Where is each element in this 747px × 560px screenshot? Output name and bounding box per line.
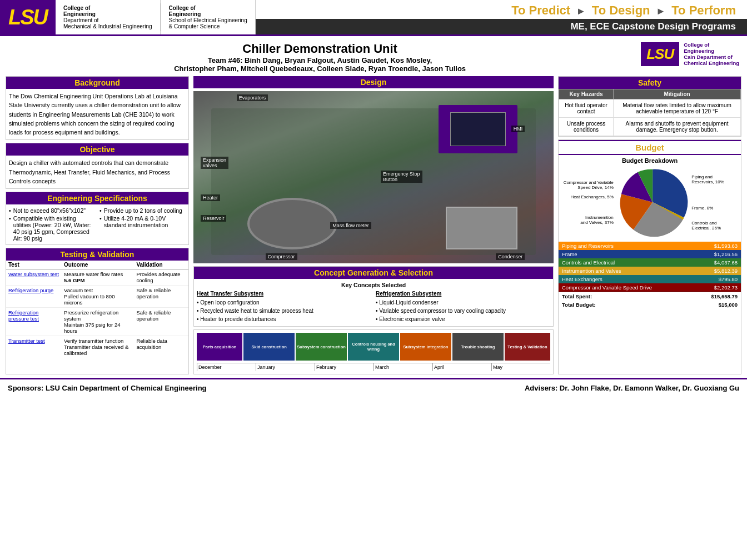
specs-content: •Not to exceed 80"x56"x102" •Provide up … [6, 204, 188, 244]
right-column: Safety Key Hazards Mitigation Hot fluid … [558, 76, 741, 374]
item-label: Heat Exchangers [562, 276, 602, 282]
specs-header: Engineering Specifications [6, 192, 188, 204]
badge-chem: Chemical Engineering [684, 60, 739, 66]
main-content: Background The Dow Chemical Engineering … [0, 76, 747, 374]
condenser-unit [446, 207, 518, 250]
background-text: The Dow Chemical Engineering Unit Operat… [6, 89, 188, 139]
compressor-unit [247, 198, 337, 249]
test-outcome: Pressurize refrigeration systemMaintain … [62, 308, 134, 336]
concept-section: Concept Generation & Selection Key Conce… [193, 266, 554, 327]
label-heater: Heater [201, 194, 220, 201]
dept2-cs: & Computer Science [169, 23, 247, 29]
arrow1-icon: ► [576, 6, 586, 17]
tbar-skid: Skid construction [243, 333, 295, 361]
label-massflow: Mass flow meter [330, 222, 371, 229]
header-right: To Predict ► To Design ► To Perform ME, … [256, 0, 747, 34]
test-validation: Safe & reliable operation [134, 308, 188, 336]
budget-section: Budget Budget Breakdown Compressor and V… [558, 139, 741, 374]
left-column: Background The Dow Chemical Engineering … [6, 76, 189, 374]
header: LSU College of Engineering Department of… [0, 0, 747, 36]
label-expansion: Expansionvalves [201, 157, 228, 169]
project-title: Chiller Demonstration Unit [8, 42, 632, 56]
month-december: December [197, 363, 256, 371]
table-row: Transmitter test Verify transmitter func… [6, 336, 188, 358]
tagline-bar: To Predict ► To Design ► To Perform [256, 0, 747, 19]
hmi-panel [439, 105, 518, 153]
budget-row-frame: Frame $1,216.56 [559, 250, 741, 258]
month-march: March [374, 363, 432, 371]
mid-column: Design Evaporators HMI Expansionvalves E… [193, 76, 554, 374]
lsu-badge: LSU College of Engineering Cain Departme… [641, 42, 739, 66]
background-section: Background The Dow Chemical Engineering … [6, 76, 189, 140]
test-name: Refrigeration purge [6, 286, 62, 308]
month-january: January [256, 363, 315, 371]
pie-chart-container: Compressor and VariableSpeed Drive, 14% … [559, 166, 741, 238]
col-validation: Validation [134, 261, 188, 269]
key-concepts-label: Key Concepts Selected [197, 282, 550, 288]
budget-row-controls: Controls and Electrical $4,037.68 [559, 258, 741, 267]
heat-transfer-col: Heat Transfer Subsystem • Open loop conf… [197, 291, 371, 323]
col2-header: Refrigeration Subsystem [376, 291, 550, 297]
concept-content: Key Concepts Selected Heat Transfer Subs… [194, 279, 553, 326]
item-value: $4,037.68 [714, 259, 738, 266]
col-test: Test [6, 261, 62, 269]
dept1-engineering: Engineering [63, 11, 152, 17]
hazard-2: Unsafe process conditions [559, 118, 614, 136]
test-outcome: Measure water flow rates5.6 GPM [62, 269, 134, 286]
background-header: Background [6, 77, 188, 89]
hazard-1: Hot fluid operator contact [559, 99, 614, 118]
label-instrumentation: Instrumemtionand Valves, 37% [559, 215, 614, 225]
safety-row: Hot fluid operator contact Material flow… [559, 99, 741, 118]
month-may: May [491, 363, 550, 371]
label-reservoir: Reservoir [201, 215, 227, 222]
col2-list: • Liquid-Liquid condenser • Variable spe… [376, 298, 550, 323]
objective-section: Objective Design a chiller with automate… [6, 143, 189, 189]
lsu-logo-block: LSU [0, 0, 56, 34]
dept2-college: College of [169, 5, 247, 11]
lsu-logo-text: LSU [8, 6, 47, 29]
dept1-dept: Department of [63, 17, 152, 23]
concept-cols: Heat Transfer Subsystem • Open loop conf… [197, 291, 550, 323]
budget-row-compressor: Compressor and Variable Speed Drive $2,2… [559, 283, 741, 292]
dept1-name: Mechanical & Industrial Engineering [63, 23, 152, 29]
tbar-subsystem: Subsystem construction [296, 333, 347, 361]
timeline-section: Parts acquisition Skid construction Subs… [193, 329, 554, 374]
spec-item-1: •Not to exceed 80"x56"x102" [9, 207, 95, 214]
budget-row-piping: Piping and Reservoirs $1,593.63 [559, 242, 741, 250]
objective-text: Design a chiller with automated controls… [6, 156, 188, 188]
table-row: Refrigeration pressure test Pressurize r… [6, 308, 188, 336]
tbar-controls: Controls housing and wiring [348, 333, 399, 361]
item-value: $1,593.63 [714, 243, 738, 249]
concept-header: Concept Generation & Selection [194, 267, 553, 279]
badge-lsu-logo: LSU [641, 42, 679, 66]
testing-section: Testing & Validation Test Outcome Valida… [6, 248, 189, 374]
timeline-bars: Parts acquisition Skid construction Subs… [197, 333, 550, 361]
safety-table: Key Hazards Mitigation Hot fluid operato… [559, 89, 741, 136]
item-label: Instrumention and Valves [562, 268, 621, 274]
pie-labels-right: Piping andReservoirs, 10% Frame, 8% Cont… [691, 174, 741, 231]
budget-header: Budget [559, 140, 741, 155]
list-item: • Heater to provide disturbances [197, 315, 371, 323]
footer: Sponsors: LSU Cain Department of Chemica… [0, 378, 747, 397]
budget-items: Piping and Reservoirs $1,593.63 Frame $1… [559, 242, 741, 309]
test-validation: Safe & reliable operation [134, 286, 188, 308]
design-header: Design [193, 76, 554, 88]
tbar-integration: Subsystem integration [400, 333, 451, 361]
pie-labels-left: Compressor and VariableSpeed Drive, 14% … [559, 180, 614, 225]
design-image: Evaporators HMI Expansionvalves Emergenc… [193, 91, 554, 263]
table-row: Refrigeration purge Vacuum testPulled va… [6, 286, 188, 308]
hmi-screen [450, 112, 506, 146]
col1-header: Heat Transfer Subsystem [197, 291, 371, 297]
label-frame: Frame, 8% [691, 206, 741, 211]
mitigation-1: Material flow rates limited to allow max… [614, 99, 741, 118]
label-emergency: Emergency StopButton [381, 171, 422, 183]
item-value: $795.80 [719, 276, 738, 282]
total-spent-value: $15,658.79 [711, 293, 738, 299]
col-outcome: Outcome [62, 261, 134, 269]
spec-item-3: •Compatible with existing utilities (Pow… [9, 215, 95, 242]
project-team: Team #46: Binh Dang, Bryan Falgout, Aust… [8, 56, 632, 64]
label-hmi: HMI [511, 126, 525, 132]
tagline-perform: To Perform [671, 3, 736, 17]
safety-header: Safety [559, 77, 741, 89]
budget-chart-title: Budget Breakdown [559, 157, 741, 164]
